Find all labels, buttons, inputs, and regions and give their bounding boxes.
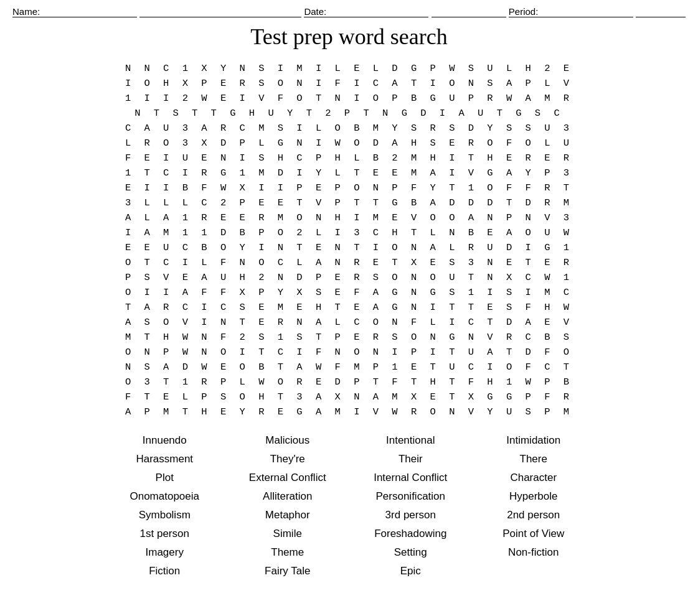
- word-list-item: Their: [352, 450, 469, 468]
- word-list-item: There: [475, 450, 592, 468]
- word-list-item: 3rd person: [352, 506, 469, 524]
- word-list-item: Onomatopoeia: [106, 488, 224, 505]
- word-list-item: [475, 562, 592, 580]
- page-title: Test prep word search: [12, 24, 686, 50]
- word-list-item: 1st person: [106, 525, 224, 543]
- date-value: [432, 6, 506, 17]
- word-list-item: Non-fiction: [475, 544, 592, 561]
- word-search-grid: N N C 1 X Y N S I M I L E L D G P W S U …: [12, 61, 686, 419]
- word-list-item: External Conflict: [229, 469, 346, 487]
- word-list-item: Epic: [352, 562, 469, 580]
- word-list-item: 2nd person: [475, 506, 592, 524]
- word-list-item: Setting: [352, 544, 469, 561]
- word-list-item: Intentional: [352, 432, 469, 449]
- date-label: Date:: [304, 6, 428, 17]
- word-list-item: Simile: [229, 525, 346, 543]
- word-list-item: Innuendo: [106, 432, 224, 449]
- word-list-item: Imagery: [106, 544, 224, 561]
- word-list-item: They're: [229, 450, 346, 468]
- grid-letters: N N C 1 X Y N S I M I L E L D G P W S U …: [125, 61, 573, 419]
- name-value: [139, 6, 301, 17]
- date-field: Date:: [304, 6, 506, 17]
- word-list-item: Metaphor: [229, 506, 346, 524]
- word-list: InnuendoMaliciousIntentionalIntimidation…: [106, 432, 592, 580]
- period-field: Period:: [509, 6, 686, 17]
- word-list-item: Point of View: [475, 525, 592, 543]
- word-list-item: Intimidation: [475, 432, 592, 449]
- word-list-item: Fairy Tale: [229, 562, 346, 580]
- period-value: [636, 6, 686, 17]
- name-field: Name:: [12, 6, 301, 17]
- word-list-item: Malicious: [229, 432, 346, 449]
- word-list-item: Harassment: [106, 450, 224, 468]
- period-label: Period:: [509, 6, 633, 17]
- word-list-item: Foreshadowing: [352, 525, 469, 543]
- word-list-item: Personification: [352, 488, 469, 505]
- word-list-item: Internal Conflict: [352, 469, 469, 487]
- word-list-item: Plot: [106, 469, 224, 487]
- word-list-item: Symbolism: [106, 506, 224, 524]
- word-list-item: Hyperbole: [475, 488, 592, 505]
- word-list-item: Character: [475, 469, 592, 487]
- header: Name: Date: Period:: [12, 6, 686, 17]
- name-label: Name:: [12, 6, 137, 17]
- word-list-item: Fiction: [106, 562, 224, 580]
- word-list-item: Theme: [229, 544, 346, 561]
- word-list-item: Alliteration: [229, 488, 346, 505]
